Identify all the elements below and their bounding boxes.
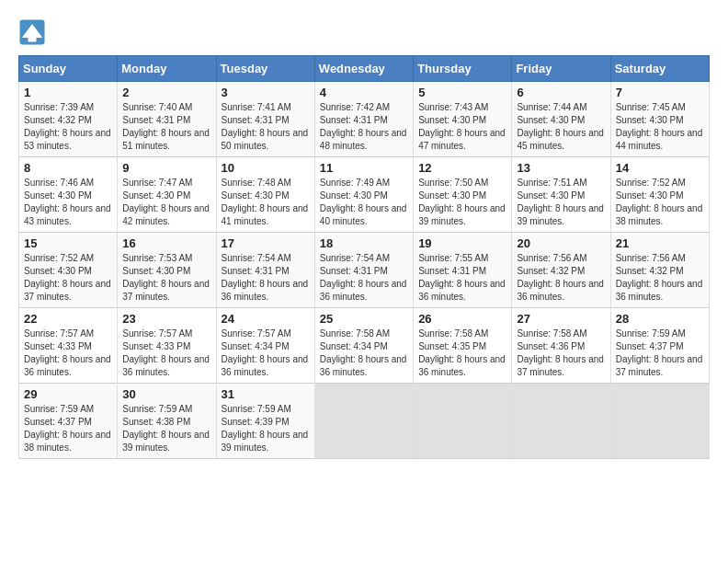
day-info: Sunrise: 7:52 AMSunset: 4:30 PMDaylight:…	[24, 252, 112, 304]
day-number: 2	[122, 86, 210, 99]
day-info: Sunrise: 7:47 AMSunset: 4:30 PMDaylight:…	[122, 177, 210, 228]
header-wednesday: Wednesday	[314, 56, 413, 82]
calendar-cell: 30Sunrise: 7:59 AMSunset: 4:38 PMDayligh…	[118, 384, 216, 459]
header-sunday: Sunday	[19, 56, 118, 82]
svg-rect-2	[28, 38, 37, 42]
day-info: Sunrise: 7:42 AMSunset: 4:31 PMDaylight:…	[320, 101, 408, 153]
calendar-cell: 26Sunrise: 7:58 AMSunset: 4:35 PMDayligh…	[414, 308, 512, 384]
day-info: Sunrise: 7:54 AMSunset: 4:31 PMDaylight:…	[320, 252, 408, 304]
day-number: 19	[418, 236, 506, 250]
calendar-cell: 10Sunrise: 7:48 AMSunset: 4:30 PMDayligh…	[216, 157, 314, 233]
calendar-cell: 11Sunrise: 7:49 AMSunset: 4:30 PMDayligh…	[314, 157, 413, 233]
week-row: 22Sunrise: 7:57 AMSunset: 4:33 PMDayligh…	[19, 308, 710, 384]
calendar-cell: 15Sunrise: 7:52 AMSunset: 4:30 PMDayligh…	[19, 233, 118, 308]
calendar-cell: 31Sunrise: 7:59 AMSunset: 4:39 PMDayligh…	[216, 384, 314, 459]
day-number: 17	[222, 236, 310, 250]
calendar-cell: 2Sunrise: 7:40 AMSunset: 4:31 PMDaylight…	[118, 82, 216, 157]
day-info: Sunrise: 7:44 AMSunset: 4:30 PMDaylight:…	[517, 101, 605, 153]
calendar-cell: 13Sunrise: 7:51 AMSunset: 4:30 PMDayligh…	[512, 157, 610, 233]
day-info: Sunrise: 7:59 AMSunset: 4:37 PMDaylight:…	[24, 403, 112, 454]
calendar-table: SundayMondayTuesdayWednesdayThursdayFrid…	[18, 55, 710, 459]
day-info: Sunrise: 7:59 AMSunset: 4:38 PMDaylight:…	[122, 403, 210, 454]
day-info: Sunrise: 7:59 AMSunset: 4:37 PMDaylight:…	[616, 327, 704, 379]
logo-icon	[18, 18, 46, 46]
day-number: 28	[616, 312, 704, 326]
header-tuesday: Tuesday	[216, 56, 314, 82]
day-number: 24	[222, 312, 310, 326]
day-info: Sunrise: 7:40 AMSunset: 4:31 PMDaylight:…	[122, 101, 210, 153]
day-info: Sunrise: 7:49 AMSunset: 4:30 PMDaylight:…	[320, 177, 408, 228]
calendar-header-row: SundayMondayTuesdayWednesdayThursdayFrid…	[19, 56, 710, 82]
calendar-cell: 9Sunrise: 7:47 AMSunset: 4:30 PMDaylight…	[118, 157, 216, 233]
day-info: Sunrise: 7:52 AMSunset: 4:30 PMDaylight:…	[616, 177, 704, 228]
day-number: 3	[222, 86, 310, 99]
day-info: Sunrise: 7:56 AMSunset: 4:32 PMDaylight:…	[517, 252, 605, 304]
day-number: 1	[24, 86, 112, 99]
calendar-cell: 19Sunrise: 7:55 AMSunset: 4:31 PMDayligh…	[414, 233, 512, 308]
day-info: Sunrise: 7:46 AMSunset: 4:30 PMDaylight:…	[24, 177, 112, 228]
day-info: Sunrise: 7:57 AMSunset: 4:33 PMDaylight:…	[122, 327, 210, 379]
header-monday: Monday	[118, 56, 216, 82]
calendar-cell: 12Sunrise: 7:50 AMSunset: 4:30 PMDayligh…	[414, 157, 512, 233]
day-info: Sunrise: 7:58 AMSunset: 4:36 PMDaylight:…	[517, 327, 605, 379]
day-number: 4	[320, 86, 408, 99]
calendar-cell: 3Sunrise: 7:41 AMSunset: 4:31 PMDaylight…	[216, 82, 314, 157]
day-number: 6	[517, 86, 605, 99]
calendar-cell: 7Sunrise: 7:45 AMSunset: 4:30 PMDaylight…	[610, 82, 709, 157]
day-number: 13	[517, 161, 605, 175]
day-number: 30	[122, 387, 210, 401]
day-number: 31	[222, 387, 310, 401]
day-info: Sunrise: 7:57 AMSunset: 4:33 PMDaylight:…	[24, 327, 112, 379]
logo	[18, 18, 50, 46]
day-number: 23	[122, 312, 210, 326]
day-info: Sunrise: 7:58 AMSunset: 4:35 PMDaylight:…	[418, 327, 506, 379]
calendar-cell: 18Sunrise: 7:54 AMSunset: 4:31 PMDayligh…	[314, 233, 413, 308]
day-number: 14	[616, 161, 704, 175]
day-number: 18	[320, 236, 408, 250]
week-row: 15Sunrise: 7:52 AMSunset: 4:30 PMDayligh…	[19, 233, 710, 308]
week-row: 29Sunrise: 7:59 AMSunset: 4:37 PMDayligh…	[19, 384, 710, 459]
calendar-cell: 14Sunrise: 7:52 AMSunset: 4:30 PMDayligh…	[610, 157, 709, 233]
calendar-cell: 28Sunrise: 7:59 AMSunset: 4:37 PMDayligh…	[610, 308, 709, 384]
header	[18, 18, 710, 46]
calendar-cell: 20Sunrise: 7:56 AMSunset: 4:32 PMDayligh…	[512, 233, 610, 308]
day-info: Sunrise: 7:55 AMSunset: 4:31 PMDaylight:…	[418, 252, 506, 304]
calendar-cell: 5Sunrise: 7:43 AMSunset: 4:30 PMDaylight…	[414, 82, 512, 157]
day-info: Sunrise: 7:59 AMSunset: 4:39 PMDaylight:…	[222, 403, 310, 454]
calendar-cell: 27Sunrise: 7:58 AMSunset: 4:36 PMDayligh…	[512, 308, 610, 384]
day-info: Sunrise: 7:43 AMSunset: 4:30 PMDaylight:…	[418, 101, 506, 153]
day-number: 15	[24, 236, 112, 250]
day-number: 20	[517, 236, 605, 250]
day-info: Sunrise: 7:51 AMSunset: 4:30 PMDaylight:…	[517, 177, 605, 228]
week-row: 8Sunrise: 7:46 AMSunset: 4:30 PMDaylight…	[19, 157, 710, 233]
day-info: Sunrise: 7:54 AMSunset: 4:31 PMDaylight:…	[222, 252, 310, 304]
day-number: 12	[418, 161, 506, 175]
day-number: 21	[616, 236, 704, 250]
day-number: 16	[122, 236, 210, 250]
calendar-cell: 29Sunrise: 7:59 AMSunset: 4:37 PMDayligh…	[19, 384, 118, 459]
day-number: 25	[320, 312, 408, 326]
day-number: 22	[24, 312, 112, 326]
day-info: Sunrise: 7:45 AMSunset: 4:30 PMDaylight:…	[616, 101, 704, 153]
day-number: 8	[24, 161, 112, 175]
calendar-cell: 8Sunrise: 7:46 AMSunset: 4:30 PMDaylight…	[19, 157, 118, 233]
header-saturday: Saturday	[610, 56, 709, 82]
calendar-cell	[610, 384, 709, 459]
calendar-cell: 24Sunrise: 7:57 AMSunset: 4:34 PMDayligh…	[216, 308, 314, 384]
day-number: 10	[222, 161, 310, 175]
day-info: Sunrise: 7:53 AMSunset: 4:30 PMDaylight:…	[122, 252, 210, 304]
calendar-cell	[314, 384, 413, 459]
day-number: 5	[418, 86, 506, 99]
day-info: Sunrise: 7:48 AMSunset: 4:30 PMDaylight:…	[222, 177, 310, 228]
calendar-cell: 23Sunrise: 7:57 AMSunset: 4:33 PMDayligh…	[118, 308, 216, 384]
day-number: 9	[122, 161, 210, 175]
day-number: 29	[24, 387, 112, 401]
calendar-cell: 1Sunrise: 7:39 AMSunset: 4:32 PMDaylight…	[19, 82, 118, 157]
day-info: Sunrise: 7:41 AMSunset: 4:31 PMDaylight:…	[222, 101, 310, 153]
day-number: 11	[320, 161, 408, 175]
day-info: Sunrise: 7:39 AMSunset: 4:32 PMDaylight:…	[24, 101, 112, 153]
day-info: Sunrise: 7:56 AMSunset: 4:32 PMDaylight:…	[616, 252, 704, 304]
calendar-cell: 25Sunrise: 7:58 AMSunset: 4:34 PMDayligh…	[314, 308, 413, 384]
calendar-cell: 22Sunrise: 7:57 AMSunset: 4:33 PMDayligh…	[19, 308, 118, 384]
day-number: 27	[517, 312, 605, 326]
